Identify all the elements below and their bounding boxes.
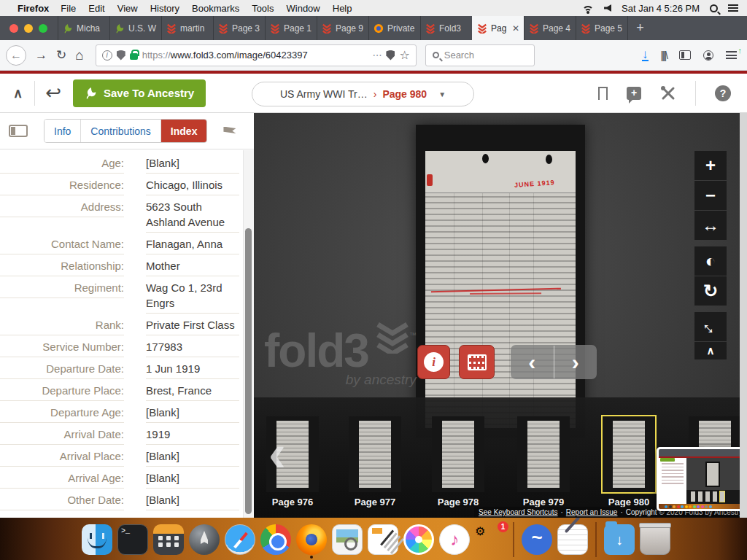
url-bar[interactable]: i https://www.fold3.com/image/60423397 ⋯… xyxy=(96,44,417,66)
dock-icon-launchpad[interactable] xyxy=(189,524,220,555)
dock-icon-trash[interactable] xyxy=(640,524,670,555)
breadcrumb-title[interactable]: US Army WWI Tr… xyxy=(280,88,368,100)
page-actions-icon[interactable]: ⋯ xyxy=(372,50,382,61)
browser-tab-11[interactable]: Page 5 xyxy=(576,16,627,40)
home-button[interactable]: ⌂ xyxy=(75,47,83,63)
browser-tab-8[interactable]: Fold3 xyxy=(420,16,472,40)
menubar-menu-view[interactable]: View xyxy=(117,3,138,14)
dock-icon-openoffice[interactable]: ~ xyxy=(522,524,552,555)
contrast-button[interactable]: ◐ xyxy=(694,246,727,276)
document-image[interactable]: JUNE 1919 xyxy=(416,125,585,438)
collapse-toolbar-button[interactable]: ∧ xyxy=(694,342,727,359)
flag-icon[interactable] xyxy=(223,127,236,136)
page-scrollbar-track[interactable] xyxy=(740,74,747,518)
dock-icon-terminal[interactable] xyxy=(117,524,148,555)
dock-icon-textedit[interactable] xyxy=(557,524,588,555)
browser-tab-3[interactable]: martin xyxy=(161,16,213,40)
collapse-header-button[interactable]: ∧ xyxy=(13,85,23,101)
reload-button[interactable]: ↻ xyxy=(56,47,66,63)
library-icon[interactable]: ||||\ xyxy=(661,50,667,61)
dock-icon-photos[interactable] xyxy=(403,524,434,555)
forward-button[interactable]: → xyxy=(35,48,47,63)
spotlight-search-icon[interactable] xyxy=(710,4,718,12)
menubar-menu-file[interactable]: File xyxy=(61,3,76,14)
browser-tab-1[interactable]: Micha xyxy=(58,16,109,40)
dock-icon-itunes[interactable]: ♪ xyxy=(439,524,470,555)
dock-icon-chrome[interactable] xyxy=(260,524,291,555)
panel-collapse-icon[interactable] xyxy=(9,125,28,137)
close-window-button[interactable] xyxy=(9,24,18,33)
dock-icon-safari[interactable] xyxy=(225,524,255,555)
keyboard-shortcuts-link[interactable]: See Keyboard Shortcuts xyxy=(479,508,557,516)
fit-width-button[interactable]: ↔ xyxy=(694,211,727,240)
image-info-button[interactable]: i xyxy=(417,345,450,379)
dock-icon-downloads[interactable]: ↓ xyxy=(604,524,635,555)
chevron-down-icon[interactable]: ▼ xyxy=(438,90,446,98)
browser-tab-9[interactable]: Pag✕ xyxy=(472,16,524,40)
save-to-ancestry-button[interactable]: Save To Ancestry xyxy=(73,79,206,107)
page-info-icon[interactable]: i xyxy=(102,50,112,61)
bookmark-icon[interactable] xyxy=(598,87,608,100)
tab-contributions[interactable]: Contributions xyxy=(81,120,161,142)
zoom-window-button[interactable] xyxy=(39,24,47,33)
tools-icon[interactable] xyxy=(660,85,676,101)
notification-center-icon[interactable] xyxy=(728,4,738,12)
dock-icon-firefox[interactable] xyxy=(296,524,327,555)
wifi-icon[interactable] xyxy=(582,4,594,12)
bookmark-star-icon[interactable]: ☆ xyxy=(399,48,409,62)
panel-scrollbar-thumb[interactable] xyxy=(245,228,252,514)
menubar-menu-history[interactable]: History xyxy=(150,3,179,14)
rotate-button[interactable]: ↻ xyxy=(694,276,727,306)
tracking-protection-icon[interactable] xyxy=(117,50,125,61)
next-image-button[interactable]: › xyxy=(554,346,597,378)
search-box[interactable]: Search xyxy=(425,44,535,66)
menubar-menu-window[interactable]: Window xyxy=(287,3,320,14)
help-icon[interactable]: ? xyxy=(715,85,731,101)
report-issue-link[interactable]: Report an Issue xyxy=(566,508,618,516)
tab-info[interactable]: Info xyxy=(44,120,81,142)
app-menu-icon[interactable]: ↑ xyxy=(726,51,737,59)
close-tab-icon[interactable]: ✕ xyxy=(512,23,519,34)
pocket-shield-icon[interactable] xyxy=(386,50,395,61)
volume-icon[interactable] xyxy=(604,4,611,12)
filmstrip-thumbnail[interactable] xyxy=(349,416,401,492)
back-to-results-icon[interactable]: ↩ xyxy=(45,82,61,104)
menubar-menu-bookmarks[interactable]: Bookmarks xyxy=(192,3,239,14)
minimize-window-button[interactable] xyxy=(24,24,33,33)
menubar-menu-help[interactable]: Help xyxy=(333,3,352,14)
menubar-clock[interactable]: Sat Jan 4 5:26 PM xyxy=(622,3,700,14)
dock-icon-finder[interactable] xyxy=(82,524,112,555)
active-app-name[interactable]: Firefox xyxy=(18,3,49,14)
menubar-menu-edit[interactable]: Edit xyxy=(88,3,104,14)
dock-icon-pages[interactable] xyxy=(368,524,398,555)
tab-index[interactable]: Index xyxy=(161,120,207,142)
filmstrip-thumbnail[interactable] xyxy=(603,416,655,492)
dock-icon-preview[interactable] xyxy=(332,524,363,555)
back-button[interactable]: ← xyxy=(6,45,26,66)
breadcrumb[interactable]: US Army WWI Tr… › Page 980 ▼ xyxy=(252,82,474,106)
account-icon[interactable] xyxy=(703,50,713,61)
screenshot-preview[interactable] xyxy=(657,447,745,511)
browser-tab-6[interactable]: Page 9 xyxy=(317,16,368,40)
previous-image-button[interactable]: ‹ xyxy=(511,346,554,378)
sidebar-toggle-icon[interactable] xyxy=(679,50,691,60)
browser-tab-10[interactable]: Page 4 xyxy=(524,16,576,40)
url-text[interactable]: https://www.fold3.com/image/60423397 xyxy=(142,50,368,61)
dock-icon-system-preferences[interactable]: ⚙1 xyxy=(475,524,506,555)
filmstrip-prev-icon[interactable]: ‹ xyxy=(268,424,286,482)
browser-tab-4[interactable]: Page 3 xyxy=(213,16,265,40)
dock-icon-calculator[interactable] xyxy=(153,524,184,555)
resize-diagonal-button[interactable]: ↔ xyxy=(694,312,727,341)
downloads-icon[interactable]: ↓ xyxy=(642,49,649,61)
menubar-menu-tools[interactable]: Tools xyxy=(252,3,274,14)
zoom-in-button[interactable]: + xyxy=(694,151,727,180)
add-comment-icon[interactable]: + xyxy=(627,87,641,100)
browser-tab-2[interactable]: U.S. W xyxy=(109,16,161,40)
filmstrip-thumbnail[interactable] xyxy=(432,416,484,492)
zoom-out-button[interactable]: − xyxy=(694,181,727,210)
filmstrip-toggle-button[interactable] xyxy=(459,345,495,379)
browser-tab-5[interactable]: Page 1 xyxy=(265,16,317,40)
filmstrip-thumbnail[interactable] xyxy=(517,416,570,492)
new-tab-button[interactable]: + xyxy=(627,16,652,40)
browser-tab-7[interactable]: Private xyxy=(368,16,420,40)
